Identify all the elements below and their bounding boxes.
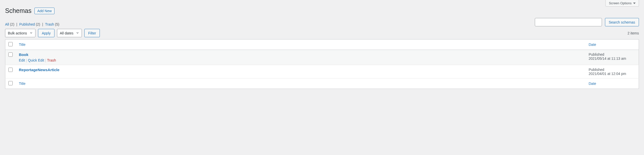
row-title-link[interactable]: Book xyxy=(19,52,29,57)
table-row: ReportageNewsArticlePublished2021/04/01 … xyxy=(5,65,639,79)
column-title-footer[interactable]: Title xyxy=(19,82,26,86)
schemas-table: Title Date BookEdit|Quick Edit|TrashPubl… xyxy=(5,39,639,89)
quick-edit-link[interactable]: Quick Edit xyxy=(28,58,44,62)
table-row: BookEdit|Quick Edit|TrashPublished2021/0… xyxy=(5,50,639,65)
apply-button[interactable]: Apply xyxy=(38,29,54,37)
add-new-button[interactable]: Add New xyxy=(34,8,54,14)
row-date: 2021/05/14 at 11:13 am xyxy=(589,56,636,61)
chevron-down-icon xyxy=(633,3,636,4)
filter-published-link[interactable]: Published xyxy=(19,22,35,26)
column-title-header[interactable]: Title xyxy=(19,43,26,47)
column-date-footer[interactable]: Date xyxy=(589,82,596,86)
row-checkbox[interactable] xyxy=(8,52,13,57)
select-all-checkbox-footer[interactable] xyxy=(8,81,13,85)
screen-options-label: Screen Options xyxy=(609,1,632,5)
select-all-checkbox[interactable] xyxy=(8,42,13,46)
search-button[interactable]: Search schemas xyxy=(605,18,639,26)
filter-button[interactable]: Filter xyxy=(84,29,100,37)
items-count: 2 items xyxy=(628,31,639,35)
row-actions: Edit|Quick Edit|Trash xyxy=(19,58,583,62)
page-title: Schemas xyxy=(5,7,31,14)
trash-link[interactable]: Trash xyxy=(47,58,56,62)
row-date: 2021/04/01 at 12:04 pm xyxy=(589,72,636,76)
filter-trash-link[interactable]: Trash xyxy=(45,22,54,26)
edit-link[interactable]: Edit xyxy=(19,58,25,62)
filter-all-count: (2) xyxy=(10,22,14,26)
search-input[interactable] xyxy=(535,18,602,26)
bulk-actions-select[interactable]: Bulk actions xyxy=(5,29,35,37)
row-status: Published xyxy=(589,68,636,72)
row-title-link[interactable]: ReportageNewsArticle xyxy=(19,68,60,72)
filter-all-link[interactable]: All xyxy=(5,22,9,26)
filter-trash-count: (5) xyxy=(55,22,59,26)
row-status: Published xyxy=(589,52,636,56)
filter-links: All (2) | Published (2) | Trash (5) xyxy=(5,22,59,26)
filter-published-count: (2) xyxy=(36,22,40,26)
screen-options-button[interactable]: Screen Options xyxy=(605,0,639,7)
row-checkbox[interactable] xyxy=(8,68,13,72)
column-date-header[interactable]: Date xyxy=(589,43,596,47)
dates-select[interactable]: All dates xyxy=(57,29,82,37)
